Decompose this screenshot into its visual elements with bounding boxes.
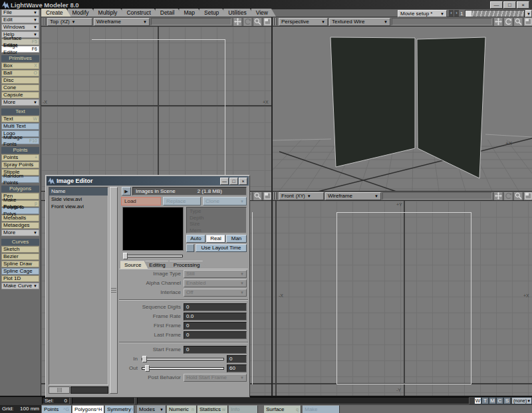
use-layout-time-checkbox[interactable]: [186, 244, 194, 252]
post-behavior-dropdown[interactable]: Hold Start Frame▼: [184, 374, 247, 382]
make-button[interactable]: Make: [303, 405, 340, 413]
rotate-icon[interactable]: [243, 18, 251, 26]
tab-map[interactable]: Map: [179, 9, 203, 17]
preview-scrub-track[interactable]: [123, 255, 183, 257]
tool-points-to-polys[interactable]: Points to Polys: [1, 207, 39, 214]
viewport-front-view-dropdown[interactable]: Front(XY)▼: [279, 192, 324, 200]
tool-multi-text[interactable]: Multi Text: [1, 123, 39, 130]
maximize-viewport-icon[interactable]: [523, 192, 532, 200]
polygons-mode-button[interactable]: Polygons^H: [72, 405, 104, 413]
menu-edit[interactable]: Edit▼: [1, 17, 39, 23]
dialog-titlebar[interactable]: Image Editor — □ ×: [47, 176, 249, 186]
vmap-selection-button[interactable]: S: [503, 397, 511, 404]
real-button[interactable]: Real: [206, 235, 225, 243]
clone-dropdown[interactable]: Clone▼: [203, 197, 247, 206]
auto-button[interactable]: Auto: [186, 235, 205, 243]
points-mode-button[interactable]: Points^G: [42, 405, 72, 413]
tab-modify[interactable]: Modify: [68, 9, 97, 17]
info-button[interactable]: Info: [229, 405, 258, 413]
tab-create[interactable]: Create: [41, 9, 71, 17]
symmetry-button[interactable]: SymmetryY: [105, 405, 134, 413]
tab-view[interactable]: View: [251, 9, 276, 17]
minimize-button[interactable]: —: [490, 1, 503, 9]
rotate-icon[interactable]: [503, 192, 512, 200]
tool-box[interactable]: BoxX: [1, 63, 39, 69]
panel-splitter[interactable]: [110, 187, 118, 394]
viewport-top-view-dropdown[interactable]: Top(XZ)▼: [47, 18, 92, 26]
vmap-morph-button[interactable]: M: [489, 397, 496, 404]
tool-random-points[interactable]: Random Points: [1, 176, 39, 183]
alpha-channel-dropdown[interactable]: Enabled▼: [184, 279, 247, 287]
tab-detail[interactable]: Detail: [156, 9, 183, 17]
maximize-viewport-icon[interactable]: [523, 18, 532, 26]
statistics-button[interactable]: Statisticsw: [198, 405, 228, 413]
viewport-top-mode-dropdown[interactable]: Wireframe▼: [94, 18, 150, 26]
menu-file[interactable]: File▼: [1, 9, 39, 16]
viewport-drag-handle[interactable]: [273, 192, 277, 200]
pan-icon[interactable]: [233, 18, 241, 26]
tab-multiply[interactable]: Multiply: [94, 9, 126, 17]
pan-icon[interactable]: [493, 192, 502, 200]
tool-manage-fonts[interactable]: Manage FontsF10: [1, 138, 39, 144]
list-item[interactable]: Front view.avi: [49, 203, 108, 210]
tab-editing[interactable]: Editing: [145, 261, 172, 269]
tool-more-polygons[interactable]: More▼: [1, 229, 39, 236]
last-frame-field[interactable]: 0: [184, 331, 247, 339]
tool-cone[interactable]: Cone: [1, 84, 39, 91]
out-value-field[interactable]: 60: [227, 364, 247, 372]
tool-spline-draw[interactable]: Spline Draw: [1, 261, 39, 267]
tool-sketch[interactable]: Sketch: [1, 246, 39, 253]
frame-options-dropdown[interactable]: ▼: [525, 10, 532, 17]
tool-bezier[interactable]: Bezier: [1, 253, 39, 260]
vmap-weight-button[interactable]: W: [474, 397, 481, 404]
man-button[interactable]: Man: [226, 235, 247, 243]
image-editor-button[interactable]: Image EditorF6: [1, 46, 39, 53]
restore-button[interactable]: □: [503, 1, 516, 9]
out-slider-track[interactable]: [142, 367, 224, 370]
dialog-minimize-button[interactable]: —: [220, 178, 229, 185]
tab-source[interactable]: Source: [120, 261, 148, 269]
tool-more-primitives[interactable]: More▼: [1, 99, 39, 106]
load-button[interactable]: Load: [121, 197, 161, 206]
tab-setup[interactable]: Setup: [200, 9, 227, 17]
viewport-perspective-view-dropdown[interactable]: Perspective▼: [279, 18, 328, 26]
vmap-texture-button[interactable]: T: [481, 397, 489, 404]
tool-make-curve[interactable]: Make Curve▼: [1, 283, 39, 289]
numeric-button[interactable]: Numericn: [167, 405, 197, 413]
preset-dropdown[interactable]: Movie setup * ▼: [398, 10, 447, 17]
preview-scrub-thumb[interactable]: [123, 253, 128, 259]
dialog-restore-button[interactable]: □: [229, 178, 238, 185]
first-frame-field[interactable]: 0: [184, 322, 247, 330]
tool-capsule[interactable]: Capsule: [1, 92, 39, 98]
in-slider-track[interactable]: [142, 358, 224, 360]
pan-icon[interactable]: [493, 18, 502, 26]
vmap-select-dropdown[interactable]: (none) ▼: [511, 397, 532, 404]
start-frame-field[interactable]: 0: [184, 346, 247, 354]
viewport-drag-handle[interactable]: [42, 18, 46, 25]
prev-button[interactable]: ‹: [449, 10, 454, 17]
tool-spray-points[interactable]: Spray Points: [1, 162, 39, 168]
viewport-perspective-mode-dropdown[interactable]: Textured Wire▼: [329, 18, 390, 26]
zoom-icon[interactable]: [253, 192, 261, 200]
surface-button[interactable]: Surfaceq: [264, 405, 301, 413]
tool-metaedges[interactable]: Metaedges: [1, 222, 39, 229]
tool-points[interactable]: Points+: [1, 154, 39, 161]
tab-construct[interactable]: Construct: [122, 9, 158, 17]
tool-plot-1d[interactable]: Plot 1D: [1, 275, 39, 282]
menu-windows[interactable]: Windows▼: [1, 24, 39, 31]
maximize-viewport-icon[interactable]: [263, 18, 271, 26]
maximize-viewport-icon[interactable]: [263, 192, 271, 200]
close-button[interactable]: ×: [517, 1, 529, 9]
replace-button[interactable]: Replace: [163, 197, 201, 206]
list-hscrollbar-track[interactable]: [70, 386, 108, 394]
sequence-digits-field[interactable]: 0: [184, 303, 247, 311]
dialog-close-button[interactable]: ×: [239, 178, 247, 185]
out-slider-thumb[interactable]: [145, 365, 150, 372]
rotate-icon[interactable]: [503, 18, 512, 26]
viewport-front-mode-dropdown[interactable]: Wireframe▼: [325, 192, 381, 200]
viewport-top-canvas[interactable]: -X +X: [41, 27, 271, 191]
tool-ball[interactable]: BallO: [1, 70, 39, 76]
next-button[interactable]: ›: [454, 10, 459, 17]
use-layout-time-button[interactable]: Use Layout Time: [196, 244, 247, 252]
list-hscrollbar[interactable]: [49, 386, 70, 394]
